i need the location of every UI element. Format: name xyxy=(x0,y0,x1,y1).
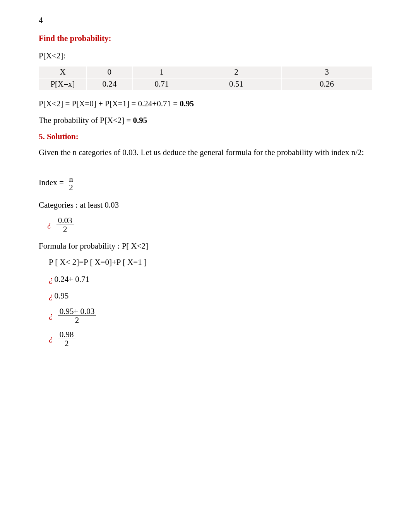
frac-num: 0.98 xyxy=(58,330,75,339)
table-cell: 0.24 xyxy=(87,78,132,90)
math-line-2: ¿0.24+ 0.71 xyxy=(49,274,372,285)
page-number: 4 xyxy=(39,15,372,25)
formula-line: Formula for probability : P[ X<2] xyxy=(39,240,372,251)
equation-line-1: P[X<2] = P[X=0] + P[X=1] = 0.24+0.71 = 0… xyxy=(39,98,372,109)
index-num: n xyxy=(67,175,75,183)
frac-den: 2 xyxy=(58,339,75,348)
table-cell: 1 xyxy=(132,66,191,78)
frac-num: 0.03 xyxy=(57,216,74,225)
inverted-question-mark-icon: ¿ xyxy=(49,291,53,300)
table-row: X 0 1 2 3 xyxy=(39,66,372,78)
inverted-question-mark-icon: ¿ xyxy=(49,333,53,343)
table-cell: 0.26 xyxy=(281,78,372,90)
equation-line-2: The probability of P[X<2] = 0.95 xyxy=(39,115,372,126)
solution-heading: 5. Solution: xyxy=(39,132,372,142)
fraction-095-003-over-2: 0.95+ 0.03 2 xyxy=(58,307,96,324)
m3-text: 0.95 xyxy=(55,291,69,300)
table-cell: 3 xyxy=(281,66,372,78)
table-header-x: X xyxy=(39,66,87,78)
categories-line: Categories : at least 0.03 xyxy=(39,200,372,210)
inverted-question-mark-icon: ¿ xyxy=(47,219,51,228)
table-row: P[X=x] 0.24 0.71 0.51 0.26 xyxy=(39,78,372,90)
index-den: 2 xyxy=(67,183,75,192)
math-line-3: ¿0.95 xyxy=(49,290,372,302)
table-cell: 0.51 xyxy=(191,78,281,90)
fraction-003-over-2: 0.03 2 xyxy=(57,216,74,234)
index-label: Index = xyxy=(39,178,66,187)
math-line-5: ¿ 0.98 2 xyxy=(49,330,372,348)
eq1-result: 0.95 xyxy=(180,99,194,108)
table-cell: 2 xyxy=(191,66,281,78)
given-paragraph: Given the n categories of 0.03. Let us d… xyxy=(39,147,372,158)
label-pxlt2: P[X<2]: xyxy=(39,50,372,61)
eq2-left: The probability of P[X<2] = xyxy=(39,116,133,125)
table-header-pxx: P[X=x] xyxy=(39,78,87,90)
fraction-098-over-2: 0.98 2 xyxy=(58,330,75,348)
math-line-1: P [ X< 2]=P [ X=0]+P [ X=1 ] xyxy=(49,257,372,268)
frac-den: 2 xyxy=(58,316,96,324)
math-line-4: ¿ 0.95+ 0.03 2 xyxy=(49,307,372,324)
frac-num: 0.95+ 0.03 xyxy=(58,307,96,316)
eq1-left: P[X<2] = P[X=0] + P[X=1] = 0.24+0.71 = xyxy=(39,99,180,108)
index-fraction: n 2 xyxy=(67,175,75,192)
formula-label: Formula for probability : xyxy=(39,241,122,251)
formula-expr: P[ X<2] xyxy=(122,241,148,251)
m2-text: 0.24+ 0.71 xyxy=(55,275,90,284)
inverted-question-mark-icon: ¿ xyxy=(49,310,53,320)
index-line: Index = n 2 xyxy=(39,175,372,192)
inverted-question-mark-icon: ¿ xyxy=(49,275,53,284)
eq2-result: 0.95 xyxy=(133,116,147,125)
heading-find-probability: Find the probability: xyxy=(39,34,372,43)
table-cell: 0 xyxy=(87,66,132,78)
probability-table: X 0 1 2 3 P[X=x] 0.24 0.71 0.51 0.26 xyxy=(39,66,372,90)
math-frac-003: ¿ 0.03 2 xyxy=(47,216,372,234)
table-cell: 0.71 xyxy=(132,78,191,90)
frac-den: 2 xyxy=(57,225,74,234)
